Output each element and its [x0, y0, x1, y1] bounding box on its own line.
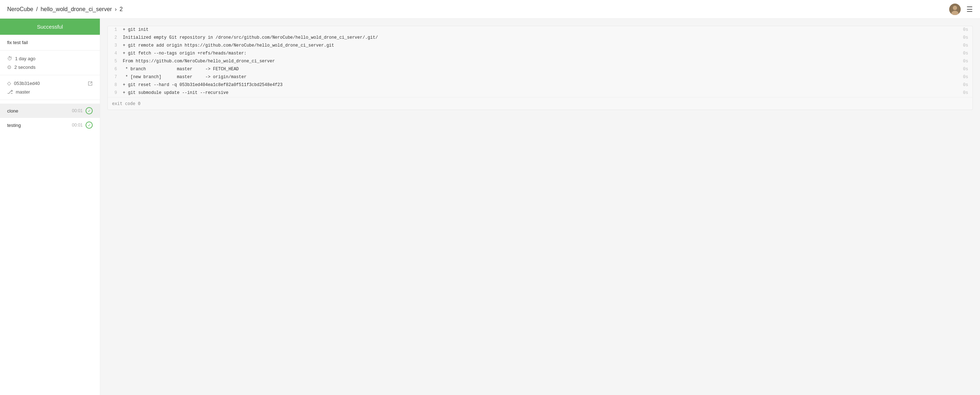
- log-time-2: 0s: [958, 35, 968, 40]
- git-items: ◇ 053b31ed40 ⎇ master: [7, 80, 88, 94]
- log-time-5: 0s: [958, 59, 968, 64]
- step-clone-name: clone: [7, 108, 18, 114]
- branch-item: ⎇ master: [7, 89, 88, 94]
- header-right: ☰: [949, 3, 973, 15]
- log-text-5: From https://github.com/NeroCube/hello_w…: [123, 59, 958, 64]
- arrow-separator: ›: [115, 6, 117, 13]
- log-num-7: 7: [112, 75, 123, 80]
- log-num-9: 9: [112, 90, 123, 95]
- log-time-6: 0s: [958, 67, 968, 72]
- step-clone-left: clone: [7, 108, 18, 114]
- breadcrumb-separator: /: [36, 6, 38, 13]
- log-num-2: 2: [112, 35, 123, 40]
- external-link-icon[interactable]: [88, 81, 93, 87]
- timer-icon: ⊙: [7, 64, 11, 70]
- svg-point-1: [953, 6, 957, 10]
- log-line-1: 1 + git init 0s: [108, 26, 972, 34]
- commit-icon: ◇: [7, 80, 11, 86]
- step-testing-check: ✓: [86, 122, 93, 129]
- sidebar: Successful fix test fail ⏱ 1 day ago ⊙ 2…: [0, 19, 100, 395]
- log-line-5: 5 From https://github.com/NeroCube/hello…: [108, 58, 972, 66]
- avatar[interactable]: [949, 3, 961, 15]
- log-num-3: 3: [112, 43, 123, 48]
- log-line-9: 9 + git submodule update --init --recurs…: [108, 89, 972, 97]
- step-clone-check: ✓: [86, 107, 93, 114]
- log-text-7: * [new branch] master -> origin/master: [123, 75, 958, 80]
- exit-code-line: exit code 0: [108, 97, 972, 110]
- exit-code-text: exit code 0: [112, 101, 140, 106]
- clock-icon: ⏱: [7, 56, 12, 61]
- log-num-5: 5: [112, 59, 123, 64]
- duration-item: ⊙ 2 seconds: [7, 64, 93, 70]
- log-text-9: + git submodule update --init --recursiv…: [123, 90, 958, 95]
- step-clone-right: 00:01 ✓: [72, 107, 93, 114]
- log-text-6: * branch master -> FETCH_HEAD: [123, 67, 958, 72]
- step-clone-duration: 00:01: [72, 108, 83, 113]
- log-line-2: 2 Initialized empty Git repository in /d…: [108, 34, 972, 42]
- step-testing-left: testing: [7, 123, 21, 128]
- menu-icon[interactable]: ☰: [966, 5, 973, 14]
- repo-name[interactable]: hello_wold_drone_ci_server: [40, 6, 112, 13]
- commit-message: fix test fail: [0, 35, 100, 51]
- log-time-8: 0s: [958, 82, 968, 88]
- main-layout: Successful fix test fail ⏱ 1 day ago ⊙ 2…: [0, 19, 980, 395]
- log-line-7: 7 * [new branch] master -> origin/master…: [108, 74, 972, 82]
- log-text-1: + git init: [123, 27, 958, 32]
- commit-item: ◇ 053b31ed40: [7, 80, 88, 86]
- step-testing-right: 00:01 ✓: [72, 122, 93, 129]
- log-text-3: + git remote add origin https://github.c…: [123, 43, 958, 48]
- log-time-7: 0s: [958, 75, 968, 80]
- git-section: ◇ 053b31ed40 ⎇ master: [0, 75, 100, 100]
- age-label: 1 day ago: [15, 56, 35, 61]
- branch-name: master: [16, 89, 30, 94]
- log-line-6: 6 * branch master -> FETCH_HEAD 0s: [108, 66, 972, 74]
- log-time-9: 0s: [958, 90, 968, 95]
- step-testing[interactable]: testing 00:01 ✓: [0, 118, 100, 132]
- age-item: ⏱ 1 day ago: [7, 56, 93, 61]
- log-text-2: Initialized empty Git repository in /dro…: [123, 35, 958, 40]
- commit-hash: 053b31ed40: [14, 81, 40, 86]
- log-num-4: 4: [112, 51, 123, 56]
- log-line-3: 3 + git remote add origin https://github…: [108, 42, 972, 50]
- step-testing-duration: 00:01: [72, 123, 83, 128]
- status-label: Successful: [37, 24, 63, 30]
- meta-section: ⏱ 1 day ago ⊙ 2 seconds: [0, 51, 100, 75]
- log-num-6: 6: [112, 67, 123, 72]
- log-num-1: 1: [112, 27, 123, 32]
- duration-label: 2 seconds: [14, 64, 35, 70]
- log-container: 1 + git init 0s 2 Initialized empty Git …: [107, 26, 973, 110]
- step-clone[interactable]: clone 00:01 ✓: [0, 104, 100, 118]
- org-name[interactable]: NeroCube: [7, 6, 33, 13]
- log-time-4: 0s: [958, 51, 968, 56]
- log-num-8: 8: [112, 82, 123, 88]
- log-time-1: 0s: [958, 27, 968, 32]
- log-text-4: + git fetch --no-tags origin +refs/heads…: [123, 51, 958, 56]
- status-banner: Successful: [0, 19, 100, 35]
- header: NeroCube / hello_wold_drone_ci_server › …: [0, 0, 980, 19]
- steps-section: clone 00:01 ✓ testing 00:01 ✓: [0, 100, 100, 136]
- log-line-4: 4 + git fetch --no-tags origin +refs/hea…: [108, 50, 972, 58]
- log-time-3: 0s: [958, 43, 968, 48]
- step-testing-name: testing: [7, 123, 21, 128]
- branch-icon: ⎇: [7, 89, 13, 94]
- breadcrumb: NeroCube / hello_wold_drone_ci_server › …: [7, 6, 123, 13]
- log-line-8: 8 + git reset --hard -q 053b31ed404ea1c8…: [108, 82, 972, 89]
- log-content: 1 + git init 0s 2 Initialized empty Git …: [100, 19, 980, 395]
- git-section-header: ◇ 053b31ed40 ⎇ master: [7, 80, 93, 94]
- log-text-8: + git reset --hard -q 053b31ed404ea1c8ef…: [123, 82, 958, 88]
- build-number: 2: [119, 6, 123, 13]
